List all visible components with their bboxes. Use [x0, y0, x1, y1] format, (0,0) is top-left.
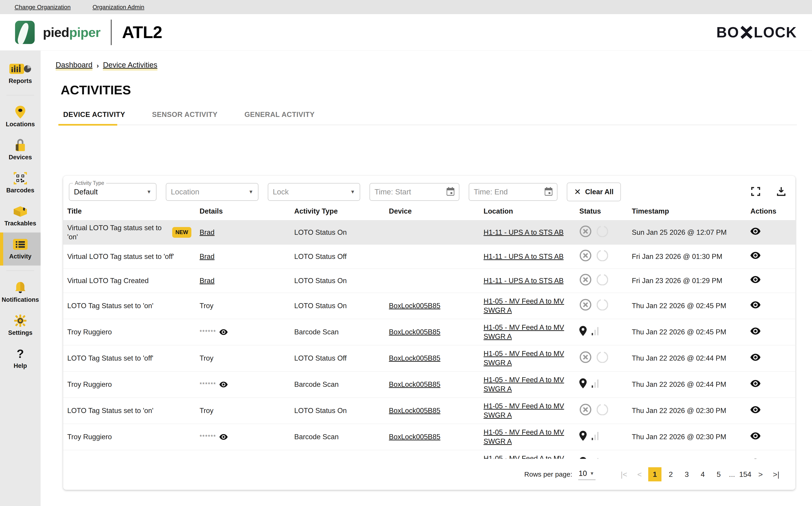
piedpiper-wordmark: piedpiper: [43, 25, 100, 40]
download-icon[interactable]: [777, 187, 786, 197]
location-link[interactable]: H1-05 - MV Feed A to MV SWGR A: [484, 376, 564, 393]
activity-type-select[interactable]: Activity Type Default ▼: [69, 183, 156, 201]
loto-cross-status-icon: [579, 299, 592, 313]
location-link[interactable]: H1-05 - MV Feed A to MV SWGR A: [484, 350, 564, 367]
table-row[interactable]: Virtual LOTO Tag status set to 'on'NEWBr…: [63, 221, 795, 245]
tab-device-activity[interactable]: DEVICE ACTIVITY: [63, 110, 125, 125]
activity-details: ******: [196, 381, 290, 388]
table-row[interactable]: Troy Ruggiero****** Barcode ScanBoxLock0…: [63, 424, 795, 450]
location-link[interactable]: H1-05 - MV Feed A to MV SWGR A: [484, 297, 564, 314]
page-button-5[interactable]: 5: [712, 467, 725, 481]
location-link[interactable]: H1-11 - UPS A to STS AB: [484, 253, 564, 260]
table-row[interactable]: Troy Ruggiero****** Barcode ScanBoxLock0…: [63, 319, 795, 345]
sidebar-item-help[interactable]: ? Help: [0, 342, 41, 375]
sidebar-item-settings[interactable]: Settings: [0, 309, 41, 342]
next-page-button[interactable]: >: [753, 470, 768, 479]
tab-sensor-activity[interactable]: SENSOR ACTIVITY: [152, 110, 218, 125]
details-user-link[interactable]: Brad: [200, 253, 214, 260]
device-link[interactable]: BoxLock005B85: [389, 302, 440, 310]
sidebar-label-barcodes: Barcodes: [6, 187, 34, 194]
view-activity-eye-icon[interactable]: [750, 228, 760, 235]
sidebar-item-notifications[interactable]: Notifications: [0, 276, 41, 309]
activity-icon: [9, 238, 31, 250]
device-link[interactable]: BoxLock005B85: [389, 407, 440, 415]
activity-type: Barcode Scan: [290, 432, 385, 441]
location-link[interactable]: H1-05 - MV Feed A to MV SWGR A: [484, 402, 564, 419]
breadcrumb-dashboard[interactable]: Dashboard: [56, 61, 92, 71]
page-button-2[interactable]: 2: [664, 467, 677, 481]
location-link[interactable]: H1-11 - UPS A to STS AB: [484, 228, 564, 236]
col-status: Status: [575, 207, 628, 216]
view-activity-eye-icon[interactable]: [750, 380, 760, 387]
time-end-input[interactable]: Time: End: [469, 183, 558, 201]
breadcrumb-device-activities[interactable]: Device Activities: [103, 61, 157, 71]
device-link[interactable]: BoxLock005B85: [389, 354, 440, 362]
page-button-4[interactable]: 4: [696, 467, 709, 481]
details-user-link[interactable]: Brad: [200, 228, 214, 236]
lock-select[interactable]: Lock ▼: [268, 183, 360, 201]
view-activity-eye-icon[interactable]: [750, 301, 760, 309]
activity-location: H1-05 - MV Feed A to MV SWGR A: [479, 375, 575, 394]
reveal-details-eye-icon[interactable]: [219, 329, 228, 335]
previous-page-button[interactable]: <: [632, 470, 647, 479]
location-link[interactable]: H1-11 - UPS A to STS AB: [484, 277, 564, 285]
activity-type: LOTO Status Off: [290, 354, 385, 363]
view-activity-eye-icon[interactable]: [750, 406, 760, 413]
rows-per-page-select[interactable]: 10 ▼: [578, 469, 596, 480]
change-organization-link[interactable]: Change Organization: [15, 4, 71, 11]
device-link[interactable]: BoxLock005B85: [389, 433, 440, 441]
page-button-154[interactable]: 154: [739, 467, 752, 481]
page-button-1[interactable]: 1: [648, 467, 661, 481]
location-placeholder: Location: [171, 188, 199, 196]
sidebar-label-settings: Settings: [8, 329, 32, 336]
device-link[interactable]: BoxLock005B85: [389, 381, 440, 389]
sidebar-item-barcodes[interactable]: Barcodes: [0, 166, 41, 199]
location-link[interactable]: H1-05 - MV Feed A to MV SWGR A: [484, 428, 564, 445]
sidebar-item-activity[interactable]: Activity: [0, 233, 41, 265]
reveal-details-eye-icon[interactable]: [219, 382, 228, 388]
settings-icon: [9, 315, 31, 327]
col-title: Title: [63, 207, 196, 216]
calendar-icon[interactable]: [545, 187, 552, 197]
details-user-link[interactable]: Brad: [200, 277, 214, 285]
brand-piper: piper: [69, 25, 100, 40]
calendar-icon[interactable]: [447, 187, 454, 197]
table-row[interactable]: LOTO Tag Status set to 'on'TroyLOTO Stat…: [63, 398, 795, 424]
activity-location: H1-05 - MV Feed A to MV SWGR A: [479, 323, 575, 341]
activity-title: LOTO Tag Status set to 'off': [63, 354, 196, 363]
no-signal-status-icon: [597, 250, 608, 263]
sidebar-item-trackables[interactable]: Trackables: [0, 199, 41, 233]
tab-general-activity[interactable]: GENERAL ACTIVITY: [244, 110, 315, 125]
view-activity-eye-icon[interactable]: [750, 354, 760, 361]
col-actions: Actions: [746, 207, 795, 216]
sidebar-item-locations[interactable]: Locations: [0, 100, 41, 133]
first-page-button[interactable]: |<: [616, 470, 632, 479]
sidebar-item-reports[interactable]: Reports: [0, 57, 41, 90]
sidebar-item-devices[interactable]: Devices: [0, 133, 41, 166]
location-link[interactable]: H1-05 - MV Feed A to MV SWGR A: [484, 323, 564, 341]
organization-admin-link[interactable]: Organization Admin: [93, 4, 144, 11]
last-page-button[interactable]: >|: [768, 470, 785, 479]
view-activity-eye-icon[interactable]: [750, 432, 760, 439]
breadcrumb: Dashboard › Device Activities: [56, 61, 812, 71]
device-link[interactable]: BoxLock005B85: [389, 328, 440, 336]
fullscreen-icon[interactable]: [751, 187, 760, 197]
table-row[interactable]: Troy Ruggiero****** Barcode ScanBoxLock0…: [63, 371, 795, 398]
location-pin-status-icon: [579, 326, 587, 338]
table-row[interactable]: LOTO Tag Status set to 'on'TroyLOTO Stat…: [63, 293, 795, 319]
locations-icon: [9, 106, 31, 118]
table-row[interactable]: LOTO Tag Status set to 'off'TroyLOTO Sta…: [63, 345, 795, 371]
view-activity-eye-icon[interactable]: [750, 252, 760, 259]
table-row[interactable]: Virtual LOTO Tag CreatedBradLOTO Status …: [63, 269, 795, 293]
activity-details: Troy: [196, 406, 290, 415]
location-select[interactable]: Location ▼: [166, 183, 259, 201]
page-button-3[interactable]: 3: [680, 467, 693, 481]
brand-pied: pied: [43, 25, 69, 40]
clear-all-button[interactable]: ✕ Clear All: [567, 183, 621, 201]
time-start-input[interactable]: Time: Start: [370, 183, 459, 201]
reveal-details-eye-icon[interactable]: [219, 434, 228, 440]
view-activity-eye-icon[interactable]: [750, 276, 760, 283]
chevron-down-icon: ▼: [146, 189, 151, 195]
table-row[interactable]: Virtual LOTO Tag status set to 'off'Brad…: [63, 245, 795, 269]
view-activity-eye-icon[interactable]: [750, 328, 760, 335]
